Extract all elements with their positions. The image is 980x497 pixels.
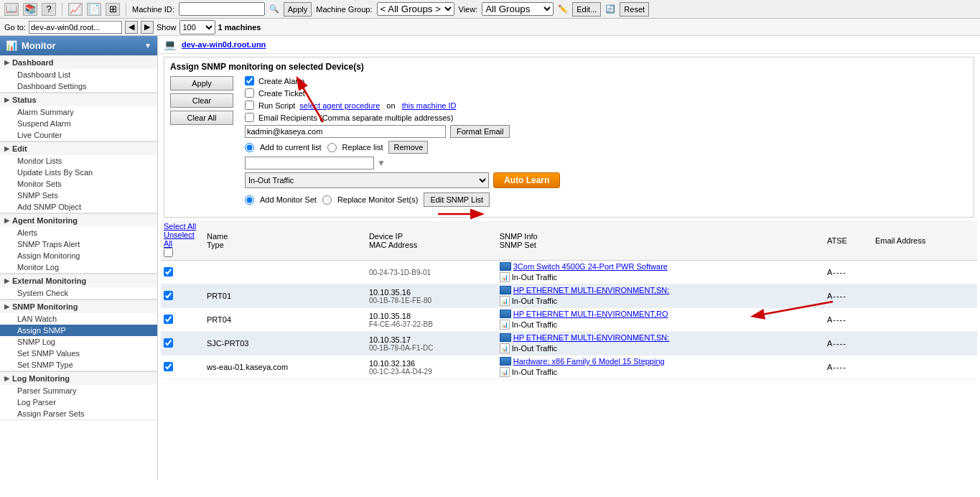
chart-icon[interactable]: 📈 [68,3,83,16]
grid-icon[interactable]: ⊞ [106,3,120,16]
snmp-set-select[interactable]: In-Out Traffic [245,172,489,188]
email-recipients-checkbox[interactable] [245,113,254,122]
machine-group-select[interactable]: < All Groups > [377,2,454,16]
format-email-button[interactable]: Format Email [450,125,510,138]
sidebar-item-assign-parser-sets[interactable]: Assign Parser Sets [0,408,157,419]
sidebar-section-snmp-monitoring: ▶ SNMP Monitoring LAN Watch Assign SNMP … [0,299,157,371]
sidebar-item-set-snmp-type[interactable]: Set SNMP Type [0,359,157,371]
create-ticket-checkbox[interactable] [245,88,254,98]
expand-icon-log-monitoring: ▶ [4,375,9,382]
this-machine-id-link[interactable]: this machine ID [402,101,457,110]
reset-icon: 🔄 [605,4,615,14]
machine-id-input[interactable] [179,2,265,16]
sidebar-item-snmp-traps-alert[interactable]: SNMP Traps Alert [0,238,157,250]
row-checkbox-cell [161,261,204,284]
nav-next-button[interactable]: ▶ [141,21,154,34]
sidebar-section-log-monitoring: ▶ Log Monitoring Parser Summary Log Pars… [0,371,157,420]
col-atse: ATSE [824,220,872,261]
clear-button[interactable]: Clear [170,93,233,108]
on-machine-text: on [384,101,397,110]
sidebar-group-agent-monitoring[interactable]: ▶ Agent Monitoring [0,213,157,227]
snmp-info-link[interactable]: 3Com Switch 4500G 24-Port PWR Software [513,262,668,271]
nav-prev-button[interactable]: ◀ [125,21,138,34]
run-script-label: Run Script [258,101,295,110]
add-monitor-set-radio[interactable] [245,195,254,205]
sidebar-item-monitor-sets[interactable]: Monitor Sets [0,178,157,190]
sidebar-item-log-parser[interactable]: Log Parser [0,396,157,408]
content-area: 💻 dev-av-win0d.root.unn Assign SNMP moni… [158,36,980,480]
filter-input[interactable] [245,157,374,169]
sidebar-item-suspend-alarm[interactable]: Suspend Alarm [0,118,157,129]
monitor-icon: 📊 [500,320,510,330]
sidebar-group-dashboard[interactable]: ▶ Dashboard [0,55,157,69]
reset-button[interactable]: Reset [620,2,649,17]
sidebar-item-snmp-sets[interactable]: SNMP Sets [0,190,157,201]
goto-row: Go to: ◀ ▶ Show 100 1 machines [0,19,980,36]
row-checkbox[interactable] [164,362,173,371]
row-checkbox-cell [161,284,204,308]
select-all-link[interactable]: Select All [164,222,201,231]
sidebar-item-set-snmp-values[interactable]: Set SNMP Values [0,348,157,359]
show-select[interactable]: 100 [179,20,215,34]
goto-input[interactable] [29,21,122,34]
sidebar-group-snmp-monitoring[interactable]: ▶ SNMP Monitoring [0,299,157,313]
sidebar-item-live-counter[interactable]: Live Counter [0,129,157,141]
book-open-icon[interactable]: 📖 [4,3,19,16]
main-layout: 📊 Monitor ▼ ▶ Dashboard Dashboard List D… [0,36,980,480]
replace-monitor-set-radio[interactable] [322,195,332,205]
row-ip-cell: 10.10.32.13600-1C-23-4A-D4-29 [366,356,497,379]
auto-learn-button[interactable]: Auto Learn [493,172,560,188]
machine-link[interactable]: dev-av-win0d.root.unn [182,40,266,49]
row-snmp-cell: HP ETHERNET MULTI-ENVIRONMENT,SN: 📊 In-O… [497,284,824,308]
row-name-cell: SJC-PRT03 [204,332,366,356]
sidebar-item-alarm-summary[interactable]: Alarm Summary [0,106,157,118]
row-checkbox[interactable] [164,315,173,324]
edit-snmp-list-button[interactable]: Edit SNMP List [424,192,490,207]
sidebar-item-assign-monitoring[interactable]: Assign Monitoring [0,250,157,261]
page-icon[interactable]: 📄 [87,3,101,16]
sidebar-item-lan-watch[interactable]: LAN Watch [0,313,157,325]
remove-button[interactable]: Remove [388,141,428,154]
row-checkbox[interactable] [164,338,173,348]
apply-button[interactable]: Apply [170,76,233,90]
row-snmp-set: In-Out Traffic [512,273,557,282]
sidebar-item-system-check[interactable]: System Check [0,287,157,299]
machine-id-search-icon[interactable]: 🔍 [269,4,279,14]
email-input[interactable] [245,125,446,138]
sidebar-item-add-snmp-object[interactable]: Add SNMP Object [0,201,157,213]
replace-list-radio[interactable] [327,143,337,152]
sidebar-group-edit[interactable]: ▶ Edit [0,141,157,155]
edit-button[interactable]: Edit... [572,2,601,17]
sidebar-group-external-monitoring[interactable]: ▶ External Monitoring [0,274,157,287]
select-agent-procedure-link[interactable]: select agent procedure [299,101,380,110]
sidebar-group-log-monitoring[interactable]: ▶ Log Monitoring [0,371,157,385]
sidebar-item-assign-snmp[interactable]: Assign SNMP [0,325,157,336]
snmp-info-link[interactable]: HP ETHERNET MULTI-ENVIRONMENT,SN: [513,286,670,294]
snmp-info-link[interactable]: HP ETHERNET MULTI-ENVIRONMENT,RO [513,310,668,318]
sidebar-item-dashboard-list[interactable]: Dashboard List [0,69,157,80]
email-recipients-label: Email Recipients (Comma separate multipl… [258,113,453,122]
header-checkbox[interactable] [164,248,173,257]
sidebar-item-snmp-log[interactable]: SNMP Log [0,336,157,348]
sidebar-item-dashboard-settings[interactable]: Dashboard Settings [0,80,157,92]
add-to-list-radio[interactable] [245,143,254,152]
clear-all-button[interactable]: Clear All [170,111,233,125]
snmp-info-link[interactable]: Hardware: x86 Family 6 Model 15 Stepping [513,357,665,366]
run-script-checkbox[interactable] [245,101,254,110]
create-alarm-checkbox[interactable] [245,76,254,85]
sidebar-item-monitor-log[interactable]: Monitor Log [0,261,157,273]
row-checkbox[interactable] [164,291,173,300]
sidebar-item-update-lists[interactable]: Update Lists By Scan [0,167,157,178]
row-checkbox[interactable] [164,267,173,277]
help-icon[interactable]: ? [42,3,56,16]
sidebar-item-monitor-lists[interactable]: Monitor Lists [0,155,157,167]
book-icon[interactable]: 📚 [23,3,37,16]
row-atse-cell: A---- [824,261,872,284]
view-select[interactable]: All Groups [482,2,554,16]
machine-id-apply-button[interactable]: Apply [284,2,312,17]
snmp-info-link[interactable]: HP ETHERNET MULTI-ENVIRONMENT,SN: [513,333,670,342]
sidebar-group-status[interactable]: ▶ Status [0,93,157,106]
sidebar-item-alerts[interactable]: Alerts [0,227,157,238]
unselect-all-link[interactable]: Unselect All [164,231,201,248]
sidebar-item-parser-summary[interactable]: Parser Summary [0,385,157,396]
